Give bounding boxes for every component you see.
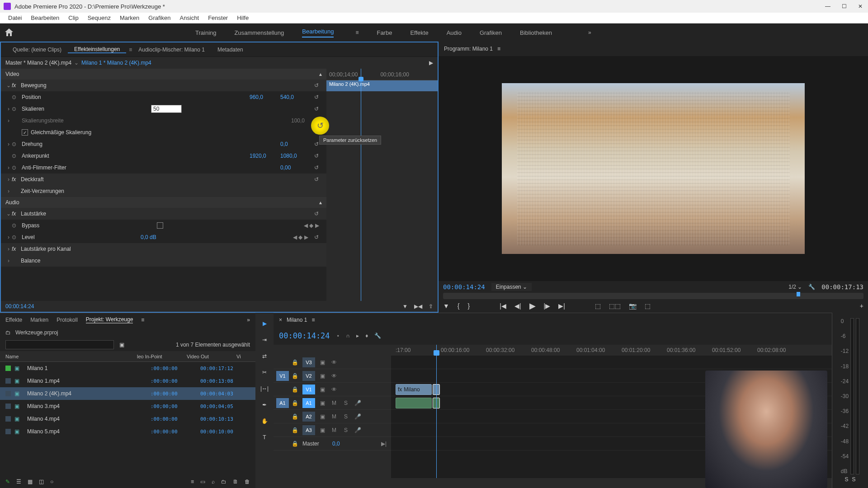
twirl-icon[interactable]: › — [5, 106, 12, 112]
label-chip[interactable] — [5, 404, 11, 409]
pen-tool[interactable]: ✒ — [259, 399, 270, 410]
project-search-input[interactable] — [5, 340, 114, 349]
track-a2[interactable]: A2 — [302, 412, 315, 422]
sequence-name[interactable]: Milano 1 — [287, 317, 307, 323]
find-icon[interactable]: ⌕ — [212, 479, 215, 485]
workspace-training[interactable]: Training — [195, 29, 216, 36]
workspace-zusammenstellung[interactable]: Zusammenstellung — [234, 29, 284, 36]
new-item-icon[interactable]: ✎ — [5, 479, 10, 485]
track-a3[interactable]: A3 — [302, 425, 315, 435]
eye-icon[interactable]: 👁 — [330, 373, 339, 379]
twirl-icon[interactable]: › — [5, 117, 12, 124]
track-v1[interactable]: V1 — [302, 385, 315, 394]
menu-sequenz[interactable]: Sequenz — [83, 14, 115, 21]
effect-clip-label[interactable]: Milano 1 * Milano 2 (4K).mp4 — [81, 60, 151, 66]
stopwatch-icon[interactable]: ⊙ — [12, 222, 19, 229]
panel-menu-icon[interactable]: ≡ — [141, 317, 144, 323]
col-vi[interactable]: Vi — [236, 354, 250, 359]
minimize-button[interactable]: — — [824, 3, 832, 9]
workspace-farbe[interactable]: Farbe — [377, 29, 392, 36]
play-button[interactable]: ▶ — [529, 301, 536, 311]
menu-marken[interactable]: Marken — [115, 14, 144, 21]
automate-icon[interactable]: ▭ — [200, 479, 205, 485]
tab-source[interactable]: Quelle: (keine Clips) — [6, 47, 68, 53]
position-x[interactable]: 960,0 — [250, 94, 280, 100]
sort-icon[interactable]: ≡ — [191, 479, 194, 485]
reset-icon[interactable]: ↺ — [311, 82, 322, 89]
fx-icon[interactable]: fx — [12, 211, 21, 217]
list-view-icon[interactable]: ☰ — [16, 479, 21, 485]
tab-effect-controls[interactable]: Effekteinstellungen — [68, 46, 126, 53]
tab-audio-mixer[interactable]: Audioclip-Mischer: Milano 1 — [132, 47, 211, 53]
menu-datei[interactable]: Datei — [4, 14, 26, 21]
bin-icon[interactable]: 🗀 — [5, 329, 11, 336]
workspace-bibliotheken[interactable]: Bibliotheken — [520, 29, 552, 36]
menu-clip[interactable]: Clip — [64, 14, 83, 21]
reset-icon[interactable]: ↺ — [311, 176, 322, 183]
settings-icon[interactable]: 🔧 — [374, 333, 381, 339]
eye-icon[interactable]: 👁 — [330, 386, 339, 393]
filter-icon[interactable]: ▣ — [119, 342, 124, 348]
menu-ansicht[interactable]: Ansicht — [175, 14, 203, 21]
add-button[interactable]: + — [860, 302, 863, 310]
antiflimmer-value[interactable]: 0,00 — [280, 164, 311, 171]
reset-icon[interactable]: ↺ — [311, 94, 322, 100]
mute-icon[interactable]: M — [330, 400, 339, 406]
program-zoom-dropdown[interactable]: 1/2 ⌄ — [788, 284, 802, 290]
close-seq-icon[interactable]: × — [279, 317, 282, 323]
mark-out-button[interactable]: } — [468, 302, 470, 310]
add-marker-button[interactable]: ▼ — [443, 302, 449, 310]
timeline-playhead[interactable] — [436, 345, 437, 478]
toggle-output-icon[interactable]: ▣ — [318, 413, 327, 420]
workspace-grafiken[interactable]: Grafiken — [480, 29, 502, 36]
icon-view-icon[interactable]: ▦ — [28, 479, 33, 485]
lock-icon[interactable]: 🔒 — [292, 359, 300, 366]
timeline-clip-video[interactable]: fxMilano — [396, 384, 432, 395]
anker-x[interactable]: 1920,0 — [250, 153, 280, 159]
skalieren-input[interactable] — [151, 105, 182, 113]
fx-icon[interactable]: fx — [12, 176, 21, 183]
track-v3[interactable]: V3 — [302, 357, 315, 367]
timeline-clip-audio[interactable] — [396, 398, 432, 408]
workspace-menu-icon[interactable]: ≡ — [355, 29, 359, 36]
menu-grafiken[interactable]: Grafiken — [144, 14, 175, 21]
reset-icon[interactable]: ↺ — [311, 106, 322, 112]
step-back-button[interactable]: ◀| — [514, 302, 521, 310]
selection-tool[interactable]: ▶ — [259, 318, 270, 329]
razor-tool[interactable]: ✂ — [259, 367, 270, 378]
ripple-edit-tool[interactable]: ⇄ — [259, 351, 270, 361]
expand-icon[interactable]: ▶| — [379, 441, 388, 447]
lock-icon[interactable]: 🔒 — [292, 427, 300, 433]
freeform-view-icon[interactable]: ◫ — [39, 479, 44, 485]
add-marker-icon[interactable]: ▸ — [356, 333, 359, 339]
twirl-icon[interactable]: › — [5, 246, 12, 252]
filter-icon[interactable]: ▼ — [402, 303, 408, 310]
play-icon[interactable]: ▶ — [429, 60, 433, 66]
reset-icon[interactable]: ↺ — [311, 234, 322, 240]
tab-projekt[interactable]: Projekt: Werkzeuge — [86, 316, 133, 324]
stopwatch-icon[interactable]: ⊙ — [12, 106, 19, 112]
stopwatch-icon[interactable]: ⊙ — [12, 153, 19, 159]
menu-bearbeiten[interactable]: Bearbeiten — [26, 14, 64, 21]
home-icon[interactable] — [4, 27, 14, 38]
chevron-down-icon[interactable]: ⌄ — [74, 60, 79, 66]
toggle-output-icon[interactable]: ▣ — [318, 373, 327, 379]
menu-hilfe[interactable]: Hilfe — [232, 14, 253, 21]
track-select-tool[interactable]: ⇥ — [259, 334, 270, 345]
project-row[interactable]: ▣Milano 2 (4K).mp4:00:00:0000:00:04:03 — [0, 387, 255, 400]
zoom-slider[interactable]: ○ — [50, 479, 53, 485]
menu-fenster[interactable]: Fenster — [203, 14, 232, 21]
program-viewer[interactable] — [439, 56, 868, 281]
stopwatch-icon[interactable]: ⊙ — [12, 164, 19, 171]
project-row[interactable]: ▣Milano 1.mp4:00:00:0000:00:13:08 — [0, 375, 255, 387]
go-to-out-button[interactable]: ▶| — [558, 302, 565, 310]
track-v2[interactable]: V2 — [302, 371, 315, 381]
toggle-output-icon[interactable]: ▣ — [318, 359, 327, 366]
lock-icon[interactable]: 🔒 — [292, 441, 300, 447]
voice-over-icon[interactable]: 🎤 — [353, 400, 362, 406]
effect-playhead[interactable] — [361, 69, 361, 301]
label-chip[interactable] — [5, 416, 11, 422]
solo-icon[interactable]: S — [341, 413, 350, 420]
twirl-icon[interactable]: › — [5, 258, 12, 264]
label-chip[interactable] — [5, 378, 11, 384]
